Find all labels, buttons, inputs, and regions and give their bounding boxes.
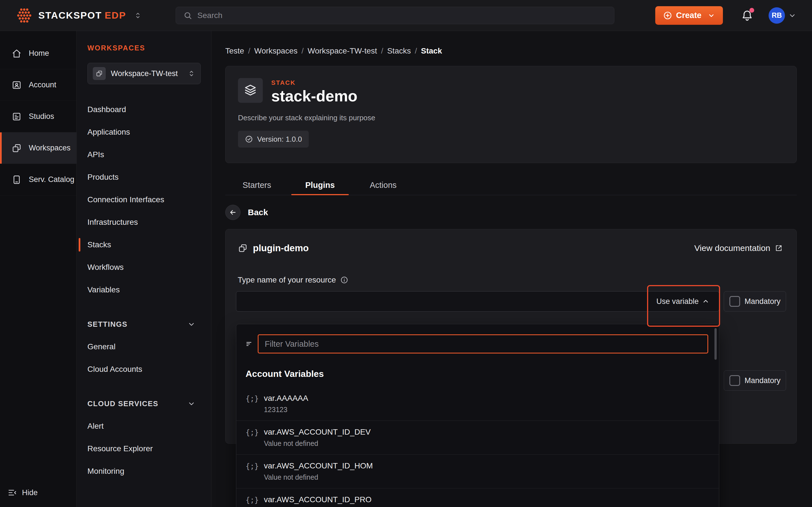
use-variable-button[interactable]: Use variable — [656, 291, 709, 311]
sort-chevrons-icon — [188, 69, 195, 77]
mandatory-label: Mandatory — [745, 376, 781, 385]
arrow-left-icon — [229, 209, 237, 216]
menu-label: Alert — [87, 421, 104, 431]
resource-name-input[interactable] — [236, 291, 719, 311]
menu-label: Infrastructures — [87, 218, 138, 227]
main-content: Teste / Workspaces / Workspace-TW-test /… — [211, 31, 812, 507]
rail-label: Home — [29, 49, 49, 58]
tab-strip: Starters Plugins Actions — [225, 175, 797, 195]
field-label-text: Type name of your resource — [238, 276, 336, 284]
tab-starters[interactable]: Starters — [225, 175, 289, 195]
menu-label: Stacks — [87, 240, 111, 249]
menu-label: Connection Interfaces — [87, 195, 164, 204]
sidebar-item-variables[interactable]: Variables — [77, 279, 211, 301]
tab-actions[interactable]: Actions — [352, 175, 415, 195]
studios-icon — [11, 111, 22, 122]
dropdown-scrollbar[interactable] — [714, 328, 717, 360]
variables-dropdown: Account Variables {;} var.AAAAAA 123123 … — [236, 324, 719, 507]
rail-item-serv-catalog[interactable]: Serv. Catalog — [0, 164, 77, 195]
filter-variables-input[interactable] — [258, 334, 708, 353]
sidebar-item-infrastructures[interactable]: Infrastructures — [77, 211, 211, 233]
back-row: Back — [225, 205, 797, 220]
menu-label: Monitoring — [87, 467, 124, 476]
sidebar-item-cloud-accounts[interactable]: Cloud Accounts — [77, 358, 211, 381]
sidebar-item-applications[interactable]: Applications — [77, 121, 211, 144]
view-documentation-link[interactable]: View documentation — [694, 243, 783, 253]
chevron-down-icon — [708, 12, 715, 19]
cloud-services-section-toggle[interactable]: CLOUD SERVICES — [77, 392, 211, 415]
stackspot-hex-logo-icon — [16, 7, 33, 24]
rail-label: Account — [29, 80, 56, 89]
rail-item-account[interactable]: Account — [0, 69, 77, 101]
variable-value: 123123 — [264, 406, 308, 414]
rail-label: Workspaces — [29, 144, 70, 152]
menu-label: APIs — [87, 150, 104, 159]
plugin-icon — [238, 243, 248, 253]
global-search[interactable] — [175, 7, 614, 24]
breadcrumb-item[interactable]: Workspace-TW-test — [308, 47, 377, 55]
rail-item-home[interactable]: Home — [0, 38, 77, 69]
rail-item-workspaces[interactable]: Workspaces — [0, 132, 77, 164]
workspaces-icon — [11, 143, 22, 154]
sidebar-item-alert[interactable]: Alert — [77, 415, 211, 438]
breadcrumb-item[interactable]: Stacks — [387, 47, 411, 55]
page-title: stack-demo — [271, 87, 357, 105]
version-badge: Version: 1.0.0 — [238, 131, 309, 148]
menu-label: General — [87, 342, 116, 351]
variable-name: var.AAAAAA — [264, 394, 308, 403]
avatar[interactable]: RB — [769, 7, 785, 24]
cloud-services-menu: Alert Resource Explorer Monitoring — [77, 415, 211, 483]
variable-option[interactable]: {;} var.AWS_ACCOUNT_ID_PRO Value not def… — [236, 488, 719, 507]
stack-tile — [238, 78, 263, 103]
use-variable-label: Use variable — [656, 297, 699, 306]
mandatory-checkbox[interactable] — [729, 296, 740, 307]
rail-label: Studios — [29, 112, 54, 121]
braces-icon: {;} — [246, 428, 259, 437]
back-label: Back — [248, 208, 268, 217]
variable-option[interactable]: {;} var.AWS_ACCOUNT_ID_HOM Value not def… — [236, 454, 719, 488]
sidebar-item-stacks[interactable]: Stacks — [77, 233, 211, 256]
logo-expand-icon[interactable] — [134, 11, 142, 19]
variable-option[interactable]: {;} var.AWS_ACCOUNT_ID_DEV Value not def… — [236, 420, 719, 454]
breadcrumb-separator: / — [377, 47, 387, 55]
avatar-chevron-down-icon[interactable] — [788, 11, 796, 19]
sidebar-item-connection-interfaces[interactable]: Connection Interfaces — [77, 188, 211, 211]
settings-section-toggle[interactable]: SETTINGS — [77, 313, 211, 335]
info-icon[interactable] — [340, 276, 349, 284]
stackspot-logo[interactable]: STACKSPOTEDP — [16, 7, 142, 24]
workspace-menu: Dashboard Applications APIs Products Con… — [77, 98, 211, 301]
sidebar-item-general[interactable]: General — [77, 335, 211, 358]
workspace-selector[interactable]: Workspace-TW-test — [87, 63, 201, 84]
braces-icon: {;} — [246, 462, 259, 470]
sidebar-item-apis[interactable]: APIs — [77, 144, 211, 166]
search-input[interactable] — [197, 11, 607, 20]
notifications-button[interactable] — [741, 9, 753, 22]
resource-input-wrap: Use variable — [236, 291, 719, 312]
hide-sidebar-button[interactable]: Hide — [0, 488, 77, 497]
hide-label: Hide — [22, 489, 38, 497]
home-icon — [11, 48, 22, 59]
mandatory-field-2: Mandatory — [724, 371, 786, 391]
rail-item-studios[interactable]: Studios — [0, 101, 77, 132]
resource-input-row: Use variable Mandatory — [236, 291, 786, 312]
avatar-initials: RB — [772, 11, 782, 19]
plus-circle-icon — [663, 11, 672, 20]
sidebar-item-workflows[interactable]: Workflows — [77, 256, 211, 279]
sidebar-item-products[interactable]: Products — [77, 166, 211, 188]
mandatory-checkbox[interactable] — [729, 375, 740, 386]
hide-icon — [7, 488, 17, 497]
tab-plugins[interactable]: Plugins — [289, 175, 352, 195]
variable-option[interactable]: {;} var.AAAAAA 123123 — [236, 387, 719, 420]
sidebar-item-dashboard[interactable]: Dashboard — [77, 98, 211, 121]
sidebar-item-monitoring[interactable]: Monitoring — [77, 460, 211, 483]
variables-section-title: Account Variables — [246, 369, 719, 379]
create-button[interactable]: Create — [655, 6, 723, 25]
breadcrumb-item[interactable]: Teste — [225, 47, 244, 55]
breadcrumb-item[interactable]: Workspaces — [254, 47, 298, 55]
braces-icon: {;} — [246, 394, 259, 403]
notification-badge — [749, 8, 754, 13]
back-button[interactable] — [225, 205, 241, 220]
mandatory-label: Mandatory — [745, 297, 781, 306]
sidebar-item-resource-explorer[interactable]: Resource Explorer — [77, 438, 211, 460]
resource-field-label: Type name of your resource — [236, 276, 786, 284]
